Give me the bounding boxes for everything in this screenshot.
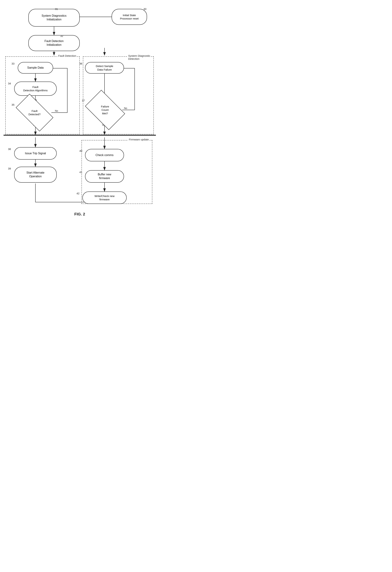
firmware-title: Firmware update: [128, 138, 150, 141]
node-initial-state: Initial State Processor reset: [112, 9, 147, 25]
label-32: 32: [60, 34, 63, 37]
node-sample-data: Sample Data: [18, 62, 53, 74]
node-failure-count: Failure Count Met?: [88, 98, 122, 121]
label-41: 41: [79, 171, 82, 174]
label-42: 42: [76, 192, 79, 195]
node-detect-sample-failure: Detect Sample Data Failure: [85, 62, 124, 74]
diagram-container: No Yes No Yes Initial State Processor re…: [0, 0, 159, 7]
label-40: 40: [79, 149, 82, 152]
node-fault-detect-alg: Fault Detection Algorithms: [14, 81, 57, 96]
label-30: 30: [143, 7, 147, 11]
label-35: 35: [12, 103, 15, 106]
sys-diag-title: System DiagnosticDetection: [128, 54, 151, 60]
node-sys-diag-init: System Diagnostics Initialization: [28, 9, 80, 27]
node-start-alt-op: Start Alternate Operation: [14, 167, 57, 183]
node-fault-detected: Fault Detected?: [18, 103, 51, 122]
label-31: 31: [55, 7, 58, 11]
label-33: 33: [12, 62, 15, 65]
thick-line-top: [3, 135, 156, 136]
node-check-comms: Check comms: [85, 149, 124, 161]
label-34: 34: [8, 82, 11, 85]
fig-caption: FIG. 2: [62, 212, 97, 217]
fault-detection-title: Fault Detection: [58, 54, 77, 57]
label-39: 39: [8, 167, 11, 170]
label-38: 38: [8, 147, 11, 151]
label-36: 36: [79, 62, 82, 65]
label-37: 37: [82, 99, 85, 102]
node-write-check-firmware: Write/Check new firmware: [82, 191, 127, 204]
node-buffer-firmware: Buffer new firmware: [85, 170, 124, 183]
node-issue-trip: Issue Trip Signal: [14, 147, 57, 159]
node-fault-detect-init: Fault Detection Initialization: [28, 35, 80, 51]
